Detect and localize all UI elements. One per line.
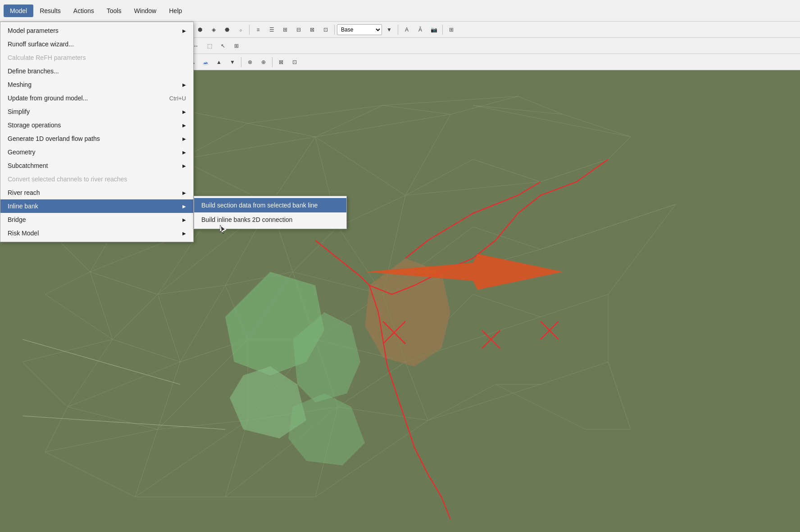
menubar-item-model[interactable]: Model: [4, 5, 33, 17]
tb3-terrain6[interactable]: ▼: [226, 56, 239, 68]
tb2-grid2[interactable]: ⊞: [230, 40, 243, 52]
submenu-build-inline[interactable]: Build inline banks 2D connection: [194, 212, 346, 227]
tb-layers4[interactable]: ⊟: [292, 24, 305, 36]
meshing-submenu-arrow: ▶: [182, 82, 186, 87]
inline-bank-submenu: Build section data from selected bank li…: [194, 196, 347, 229]
tb-mesh5[interactable]: ⬦: [234, 24, 247, 36]
menu-item-simplify[interactable]: Simplify ▶: [0, 105, 193, 118]
risk-model-submenu-arrow: ▶: [182, 231, 186, 236]
menu-item-runoff[interactable]: Runoff surface wizard...: [0, 37, 193, 51]
menu-item-geometry[interactable]: Geometry ▶: [0, 145, 193, 159]
gen1d-submenu-arrow: ▶: [182, 136, 186, 141]
tb-mesh3[interactable]: ◈: [207, 24, 220, 36]
menu-item-inline-bank[interactable]: Inline bank ▶: [0, 199, 193, 213]
tb3-node2[interactable]: ⊕: [257, 56, 270, 68]
menubar-item-results[interactable]: Results: [33, 5, 67, 17]
geometry-submenu-arrow: ▶: [182, 150, 186, 155]
model-dropdown-menu: Model parameters ▶ Runoff surface wizard…: [0, 22, 194, 242]
menubar-item-window[interactable]: Window: [127, 5, 163, 17]
menu-item-update-ground[interactable]: Update from ground model... Ctrl+U: [0, 91, 193, 105]
menubar-item-help[interactable]: Help: [163, 5, 188, 17]
menu-item-subcatchment[interactable]: Subcatchment ▶: [0, 159, 193, 172]
view-combo[interactable]: Base: [337, 24, 382, 35]
tb-layers2[interactable]: ☰: [265, 24, 278, 36]
tb-sep-7: [398, 25, 398, 35]
inline-bank-submenu-arrow: ▶: [182, 204, 186, 209]
bridge-submenu-arrow: ▶: [182, 217, 186, 222]
menu-item-risk-model[interactable]: Risk Model ▶: [0, 226, 193, 240]
menu-item-define-branches[interactable]: Define branches...: [0, 64, 193, 78]
tb-sep-8: [442, 25, 443, 35]
simplify-submenu-arrow: ▶: [182, 109, 186, 114]
tb-layers6[interactable]: ⊡: [319, 24, 332, 36]
submenu-build-section[interactable]: Build section data from selected bank li…: [194, 198, 346, 212]
tb3-sep-3: [241, 57, 241, 67]
menu-item-model-params[interactable]: Model parameters ▶: [0, 24, 193, 37]
menubar-item-actions[interactable]: Actions: [67, 5, 100, 17]
tb3-sep-4: [272, 57, 273, 67]
tb-combo-arrow[interactable]: ▼: [383, 24, 395, 36]
river-reach-submenu-arrow: ▶: [182, 190, 186, 195]
tb-layers5[interactable]: ⊠: [306, 24, 318, 36]
menubar: Model Results Actions Tools Window Help: [0, 0, 800, 22]
tb-layers3[interactable]: ⊞: [279, 24, 291, 36]
menu-item-river-reach[interactable]: River reach ▶: [0, 186, 193, 199]
tb-sep-5: [249, 25, 250, 35]
tb-text2[interactable]: Ā: [414, 24, 427, 36]
tb-sep-6: [334, 25, 335, 35]
menu-item-meshing[interactable]: Meshing ▶: [0, 78, 193, 91]
tb-text[interactable]: A: [400, 24, 413, 36]
menu-item-convert-channels: Convert selected channels to river reach…: [0, 172, 193, 186]
tb3-terrain5[interactable]: ▲: [213, 56, 225, 68]
storage-submenu-arrow: ▶: [182, 123, 186, 128]
tb-mesh4[interactable]: ⬣: [221, 24, 233, 36]
tb-layers[interactable]: ≡: [252, 24, 264, 36]
menu-item-storage-ops[interactable]: Storage operations ▶: [0, 118, 193, 132]
subcatchment-submenu-arrow: ▶: [182, 163, 186, 168]
menu-item-generate-1d[interactable]: Generate 1D overland flow paths ▶: [0, 132, 193, 145]
menu-item-bridge[interactable]: Bridge ▶: [0, 213, 193, 226]
tb-mesh2[interactable]: ⬢: [194, 24, 206, 36]
tb3-node1[interactable]: ⊗: [244, 56, 256, 68]
menu-item-calc-refh: Calculate ReFH parameters: [0, 51, 193, 64]
tb2-pointer3[interactable]: ↖: [217, 40, 229, 52]
tb3-terrain4[interactable]: 🗻: [199, 56, 212, 68]
menubar-item-tools[interactable]: Tools: [100, 5, 128, 17]
tb3-extra1[interactable]: ⊠: [275, 56, 287, 68]
tb2-select3[interactable]: ⬚: [203, 40, 216, 52]
tb-screenshot[interactable]: 📷: [427, 24, 440, 36]
tb-extra[interactable]: ⊞: [445, 24, 458, 36]
tb3-extra2[interactable]: ⊡: [288, 56, 301, 68]
submenu-arrow: ▶: [182, 28, 186, 33]
